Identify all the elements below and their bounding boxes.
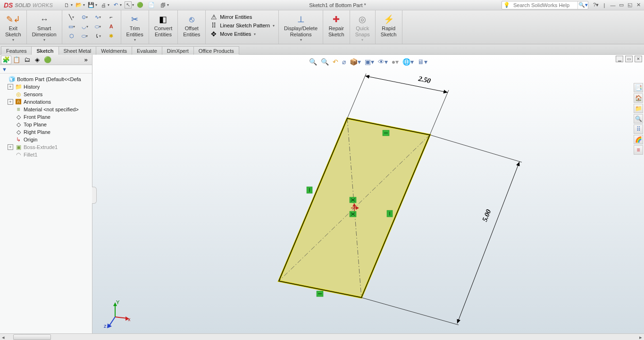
point-tool-button[interactable]: ✱ (106, 31, 117, 41)
constraint-vertical-icon[interactable] (387, 210, 393, 217)
tree-item-material[interactable]: ≡Material <not specified> (1, 106, 91, 113)
dropdown-arrow-icon[interactable]: ▾ (254, 32, 256, 36)
property-manager-tab[interactable]: 📋 (11, 56, 22, 64)
select-button[interactable]: ↖ (123, 0, 133, 10)
offset-entities-button[interactable]: ⎋ Offset Entities (182, 12, 201, 39)
file-explorer-tab[interactable]: 📁 (634, 104, 643, 113)
expand-icon[interactable]: + (8, 84, 13, 90)
dropdown-arrow-icon[interactable]: ▾ (120, 3, 122, 7)
expand-icon[interactable]: + (8, 99, 13, 105)
config-manager-tab[interactable]: 🗂 (22, 56, 32, 64)
new-file-button[interactable]: 🗋 (61, 0, 72, 10)
solidworks-resources-tab[interactable]: 📑 (634, 83, 643, 92)
tree-item-history[interactable]: +📁History (1, 83, 91, 91)
panel-overflow-button[interactable]: » (81, 56, 91, 64)
tree-item-right-plane[interactable]: ◇Right Plane (1, 128, 91, 136)
tree-item-boss-extrude[interactable]: +▣Boss-Extrude1 (1, 143, 91, 151)
dropdown-arrow-icon[interactable]: ▾ (108, 3, 109, 7)
help-button[interactable]: ?▾ (592, 1, 600, 9)
tab-features[interactable]: Features (1, 46, 32, 55)
custom-props-tab[interactable]: 🌈 (634, 135, 643, 144)
view-palette-tab[interactable]: 🔍 (634, 114, 643, 124)
restore-button[interactable]: ▭ (618, 1, 625, 9)
dropdown-arrow-icon[interactable]: ▾ (12, 38, 14, 42)
feature-tree-tab[interactable]: 🧩 (1, 56, 11, 64)
print-button[interactable]: 🖨 (98, 0, 109, 10)
tab-office-products[interactable]: Office Products (193, 46, 239, 55)
ellipse-tool-button[interactable]: ⬭▾ (92, 22, 104, 31)
scroll-right-button[interactable]: ▸ (637, 334, 644, 340)
tree-item-fillet[interactable]: ◠Fillet1 (1, 151, 91, 158)
options-button[interactable]: 📄 (146, 0, 157, 10)
view-triad-icon[interactable]: Y x z (102, 300, 130, 329)
exit-sketch-button[interactable]: ✎↲ Exit Sketch ▾ (4, 12, 23, 43)
tree-item-top-plane[interactable]: ◇Top Plane (1, 121, 91, 128)
text-tool-button[interactable]: A (106, 22, 117, 31)
smart-dimension-button[interactable]: ↔︎ Smart Dimension ▾ (31, 12, 58, 43)
tree-item-origin[interactable]: ↳Origin (1, 136, 91, 143)
design-library-tab[interactable]: 🏠 (634, 93, 643, 103)
tab-weldments[interactable]: Weldments (96, 46, 132, 55)
filter-icon[interactable]: ▼ (2, 66, 7, 72)
tab-sketch[interactable]: Sketch (31, 46, 59, 55)
repair-sketch-button[interactable]: ✚ Repair Sketch (327, 12, 346, 39)
dropdown-arrow-icon[interactable]: ▾ (95, 3, 97, 7)
tab-sheet-metal[interactable]: Sheet Metal (59, 46, 97, 55)
forum-tab[interactable]: ≡ (634, 145, 643, 155)
expand-icon[interactable]: + (8, 144, 13, 150)
graphics-area[interactable]: ▁ ▭ ✕ 🔍 🔍 ↶ ⌀ 📦▾ ▣▾ 👁▾ ●▾ 🌐▾ 🖥▾ (92, 55, 644, 333)
trim-entities-button[interactable]: ✂ Trim Entities ▾ (125, 12, 145, 43)
constraint-horizontal-icon[interactable] (317, 291, 323, 297)
display-delete-relations-button[interactable]: ⊥ Display/Delete Relations ▾ (283, 12, 319, 43)
dropdown-arrow-icon[interactable]: ▾ (43, 38, 45, 42)
tree-item-annotations[interactable]: +🅰Annotations (1, 98, 91, 106)
scroll-left-button[interactable]: ◂ (0, 334, 7, 340)
appearances-tab[interactable]: ⠿ (634, 124, 643, 134)
options2-button[interactable]: 🗐 (158, 0, 168, 10)
constraint-coincident-icon[interactable] (350, 197, 356, 203)
arc2-tool-button[interactable]: ⤹▾ (92, 31, 104, 41)
dimxpert-manager-tab[interactable]: ◈ (32, 56, 42, 64)
mirror-entities-button[interactable]: ⚠Mirror Entities (209, 13, 275, 21)
dropdown-arrow-icon[interactable]: ▾ (71, 3, 73, 7)
dropdown-arrow-icon[interactable]: ▾ (132, 3, 134, 7)
rebuild-button[interactable]: 🟢 (135, 0, 145, 10)
dropdown-arrow-icon[interactable]: ▾ (83, 3, 85, 7)
rapid-sketch-button[interactable]: ⚡ Rapid Sketch (379, 12, 398, 39)
slot-tool-button[interactable]: ⬭▾ (79, 31, 91, 41)
help-search[interactable]: 💡 🔍▾ (502, 1, 588, 9)
tree-item-front-plane[interactable]: ◇Front Plane (1, 113, 91, 121)
tree-item-sensors[interactable]: ◎Sensors (1, 91, 91, 98)
save-button[interactable]: 💾 (86, 0, 96, 10)
maximize-button[interactable]: ◱ (626, 1, 634, 9)
search-icon[interactable]: 🔍▾ (577, 1, 588, 9)
minimize-button[interactable]: — (609, 1, 617, 9)
polygon-tool-button[interactable]: ⬡ (66, 31, 77, 41)
tab-dimxpert[interactable]: DimXpert (162, 46, 194, 55)
scroll-thumb[interactable] (13, 334, 51, 340)
arc-tool-button[interactable]: ◡▾ (79, 22, 91, 31)
dropdown-arrow-icon[interactable]: ▾ (72, 15, 74, 19)
fillet-tool-button[interactable]: ⌐ (106, 12, 117, 22)
display-manager-tab[interactable]: 🟢 (42, 56, 53, 64)
quick-snaps-button[interactable]: ◎ Quick Snaps ▾ (354, 12, 371, 43)
sketch-canvas[interactable]: 2.50 5.00 (92, 55, 644, 333)
line-tool-button[interactable]: ╲▾ (66, 12, 77, 22)
spline-tool-button[interactable]: ∿▾ (92, 12, 104, 22)
tab-evaluate[interactable]: Evaluate (132, 46, 162, 55)
dropdown-arrow-icon[interactable]: ▾ (167, 3, 169, 7)
close-button[interactable]: ✕ (635, 1, 642, 9)
tree-root[interactable]: 🧊 Bottom Part (Default<<Defa (1, 75, 91, 83)
constraint-vertical-icon[interactable] (307, 187, 312, 193)
move-entities-button[interactable]: ✥Move Entities▾ (209, 30, 275, 38)
help-search-input[interactable] (511, 2, 577, 8)
linear-pattern-button[interactable]: ⠿Linear Sketch Pattern▾ (209, 22, 275, 29)
convert-entities-button[interactable]: ◧ Convert Entities (153, 12, 174, 39)
constraint-horizontal-icon[interactable] (383, 130, 389, 136)
constraint-coincident-icon[interactable] (350, 211, 356, 217)
circle-tool-button[interactable]: ⊙▾ (79, 12, 91, 22)
horizontal-scrollbar[interactable]: ◂ ▸ (0, 333, 644, 340)
dropdown-arrow-icon[interactable]: ▾ (273, 24, 275, 28)
rect-tool-button[interactable]: ▭▾ (66, 22, 77, 31)
open-file-button[interactable]: 📂 (74, 0, 84, 10)
